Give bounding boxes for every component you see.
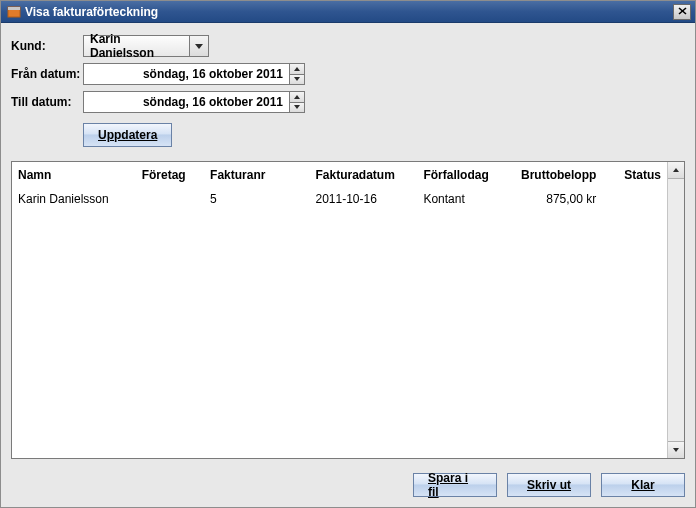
to-date-spinner (289, 91, 305, 113)
chevron-down-icon (294, 77, 300, 81)
from-date-input[interactable]: söndag, 16 oktober 2011 (83, 63, 305, 85)
customer-dropdown[interactable]: Karin Danielsson (83, 35, 209, 57)
close-button[interactable] (673, 4, 691, 20)
from-date-spinner (289, 63, 305, 85)
table-header-row: Namn Företag Fakturanr Fakturadatum Förf… (12, 162, 667, 188)
customer-dropdown-button[interactable] (189, 35, 209, 57)
window: Visa fakturaförteckning Kund: Karin Dani… (0, 0, 696, 508)
to-date-label: Till datum: (11, 95, 83, 109)
from-date-up[interactable] (290, 64, 304, 74)
customer-value: Karin Danielsson (83, 35, 189, 57)
cell-due-date: Kontant (417, 188, 515, 210)
cell-status (618, 188, 667, 210)
col-gross: Bruttobelopp (515, 162, 618, 188)
scroll-track[interactable] (668, 179, 684, 441)
col-invoice-nr: Fakturanr (204, 162, 309, 188)
footer-buttons: Spara i fil Skriv ut Klar (11, 473, 685, 497)
svg-rect-1 (8, 7, 20, 10)
cell-invoice-nr: 5 (204, 188, 309, 210)
titlebar: Visa fakturaförteckning (1, 1, 695, 23)
col-invoice-date: Fakturadatum (309, 162, 417, 188)
invoice-table: Namn Företag Fakturanr Fakturadatum Förf… (12, 162, 667, 458)
cell-name: Karin Danielsson (12, 188, 136, 210)
table-row[interactable]: Karin Danielsson 5 2011-10-16 Kontant 87… (12, 188, 667, 210)
window-title: Visa fakturaförteckning (25, 5, 158, 19)
chevron-down-icon (294, 105, 300, 109)
to-date-input[interactable]: söndag, 16 oktober 2011 (83, 91, 305, 113)
content-area: Kund: Karin Danielsson Från datum: sönda… (1, 23, 695, 507)
print-button[interactable]: Skriv ut (507, 473, 591, 497)
chevron-up-icon (294, 95, 300, 99)
chevron-up-icon (673, 168, 679, 172)
update-button[interactable]: Uppdatera (83, 123, 172, 147)
to-date-up[interactable] (290, 92, 304, 102)
cell-company (136, 188, 204, 210)
col-status: Status (618, 162, 667, 188)
from-date-value: söndag, 16 oktober 2011 (83, 63, 289, 85)
save-file-button[interactable]: Spara i fil (413, 473, 497, 497)
to-date-value: söndag, 16 oktober 2011 (83, 91, 289, 113)
col-due-date: Förfallodag (417, 162, 515, 188)
app-icon (7, 5, 21, 19)
chevron-down-icon (195, 44, 203, 49)
customer-label: Kund: (11, 39, 83, 53)
from-date-down[interactable] (290, 74, 304, 85)
scroll-down-button[interactable] (668, 441, 684, 458)
to-date-down[interactable] (290, 102, 304, 113)
cell-invoice-date: 2011-10-16 (309, 188, 417, 210)
chevron-down-icon (673, 448, 679, 452)
scroll-up-button[interactable] (668, 162, 684, 179)
col-company: Företag (136, 162, 204, 188)
close-icon (678, 6, 687, 17)
invoice-table-wrap: Namn Företag Fakturanr Fakturadatum Förf… (11, 161, 685, 459)
from-date-label: Från datum: (11, 67, 83, 81)
chevron-up-icon (294, 67, 300, 71)
done-button[interactable]: Klar (601, 473, 685, 497)
col-name: Namn (12, 162, 136, 188)
cell-gross: 875,00 kr (515, 188, 618, 210)
vertical-scrollbar[interactable] (667, 162, 684, 458)
